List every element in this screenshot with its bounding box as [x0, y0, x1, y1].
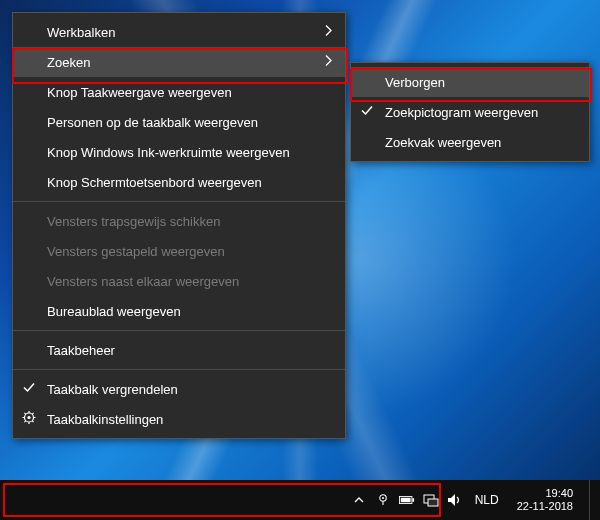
clock-date: 22-11-2018: [517, 500, 573, 513]
network-icon[interactable]: [423, 492, 439, 508]
clock[interactable]: 19:40 22-11-2018: [511, 487, 579, 513]
language-indicator[interactable]: NLD: [471, 493, 503, 507]
submenu-item-hidden[interactable]: Verborgen: [351, 67, 589, 97]
menu-item-label: Verborgen: [385, 75, 445, 90]
menu-item-sidebyside: Vensters naast elkaar weergeven: [13, 266, 345, 296]
menu-item-label: Bureaublad weergeven: [47, 304, 181, 319]
svg-point-1: [27, 416, 30, 419]
menu-item-people[interactable]: Personen op de taakbalk weergeven: [13, 107, 345, 137]
menu-item-label: Zoeken: [47, 55, 90, 70]
taskbar-context-menu: Werkbalken Zoeken Knop Taakweergave weer…: [12, 12, 346, 439]
svg-line-9: [24, 421, 25, 422]
menu-item-label: Taakbalkinstellingen: [47, 412, 163, 427]
menu-item-taskmanager[interactable]: Taakbeheer: [13, 335, 345, 365]
menu-item-label: Vensters gestapeld weergeven: [47, 244, 225, 259]
menu-separator: [13, 330, 345, 331]
menu-item-label: Knop Taakweergave weergeven: [47, 85, 232, 100]
menu-item-label: Taakbeheer: [47, 343, 115, 358]
menu-item-lock-taskbar[interactable]: Taakbalk vergrendelen: [13, 374, 345, 404]
menu-item-label: Werkbalken: [47, 25, 115, 40]
menu-item-cascade: Vensters trapsgewijs schikken: [13, 206, 345, 236]
menu-item-label: Taakbalk vergrendelen: [47, 382, 178, 397]
check-icon: [22, 381, 36, 398]
menu-item-toolbars[interactable]: Werkbalken: [13, 17, 345, 47]
svg-line-6: [24, 413, 25, 414]
menu-item-label: Vensters naast elkaar weergeven: [47, 274, 239, 289]
show-desktop-strip[interactable]: [589, 480, 596, 520]
menu-item-label: Vensters trapsgewijs schikken: [47, 214, 220, 229]
menu-item-label: Knop Schermtoetsenbord weergeven: [47, 175, 262, 190]
desktop: Werkbalken Zoeken Knop Taakweergave weer…: [0, 0, 600, 520]
menu-item-search[interactable]: Zoeken: [13, 47, 345, 77]
location-icon[interactable]: [375, 492, 391, 508]
svg-rect-13: [412, 498, 414, 502]
tray-chevron-up-icon[interactable]: [351, 492, 367, 508]
menu-item-label: Zoekpictogram weergeven: [385, 105, 538, 120]
menu-item-showdesktop[interactable]: Bureaublad weergeven: [13, 296, 345, 326]
svg-point-11: [382, 497, 384, 499]
menu-separator: [13, 369, 345, 370]
taskbar[interactable]: NLD 19:40 22-11-2018: [0, 480, 600, 520]
menu-item-stacked: Vensters gestapeld weergeven: [13, 236, 345, 266]
svg-line-8: [32, 413, 33, 414]
menu-item-taskview[interactable]: Knop Taakweergave weergeven: [13, 77, 345, 107]
menu-item-label: Personen op de taakbalk weergeven: [47, 115, 258, 130]
gear-icon: [22, 411, 36, 428]
menu-item-touchkeyboard[interactable]: Knop Schermtoetsenbord weergeven: [13, 167, 345, 197]
menu-item-ink[interactable]: Knop Windows Ink-werkruimte weergeven: [13, 137, 345, 167]
menu-separator: [13, 201, 345, 202]
submenu-item-search-icon[interactable]: Zoekpictogram weergeven: [351, 97, 589, 127]
system-tray: NLD 19:40 22-11-2018: [343, 480, 600, 520]
menu-item-taskbar-settings[interactable]: Taakbalkinstellingen: [13, 404, 345, 434]
svg-rect-16: [428, 499, 438, 506]
volume-icon[interactable]: [447, 492, 463, 508]
svg-rect-14: [400, 498, 410, 502]
check-icon: [360, 104, 374, 121]
battery-icon[interactable]: [399, 492, 415, 508]
chevron-right-icon: [325, 25, 333, 40]
submenu-item-search-box[interactable]: Zoekvak weergeven: [351, 127, 589, 157]
svg-line-7: [32, 421, 33, 422]
menu-item-label: Zoekvak weergeven: [385, 135, 501, 150]
search-submenu: Verborgen Zoekpictogram weergeven Zoekva…: [350, 62, 590, 162]
clock-time: 19:40: [545, 487, 573, 500]
menu-item-label: Knop Windows Ink-werkruimte weergeven: [47, 145, 290, 160]
chevron-right-icon: [325, 55, 333, 70]
